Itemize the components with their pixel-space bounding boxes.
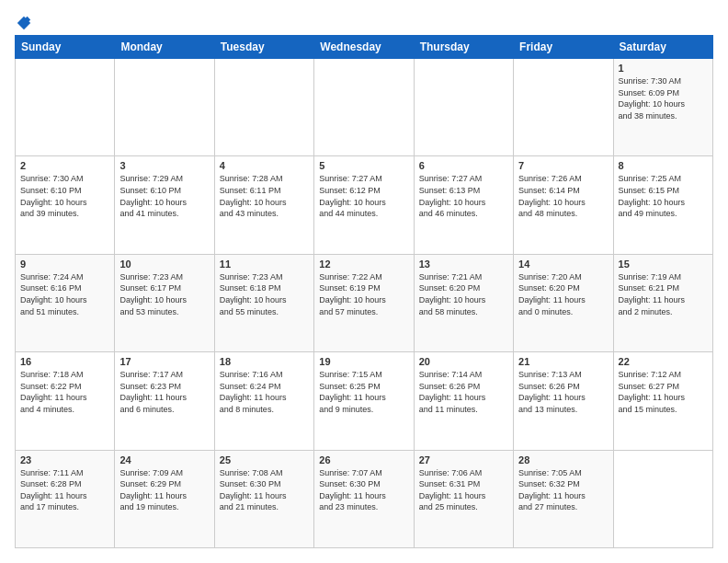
cell-day-number: 24 (119, 454, 209, 465)
cell-day-number: 17 (119, 356, 209, 367)
cell-info: Sunrise: 7:17 AM Sunset: 6:23 PM Dayligh… (119, 369, 209, 415)
calendar-cell: 18Sunrise: 7:16 AM Sunset: 6:24 PM Dayli… (214, 352, 313, 450)
cell-day-number: 27 (419, 454, 508, 465)
cell-info: Sunrise: 7:23 AM Sunset: 6:17 PM Dayligh… (119, 271, 209, 317)
cell-day-number: 8 (619, 160, 708, 171)
cell-day-number: 6 (419, 160, 508, 171)
cell-day-number: 5 (319, 160, 408, 171)
weekday-header-friday: Friday (514, 36, 613, 59)
weekday-header-saturday: Saturday (613, 36, 712, 59)
header (15, 15, 713, 28)
calendar-cell (115, 59, 214, 156)
calendar-cell: 23Sunrise: 7:11 AM Sunset: 6:28 PM Dayli… (16, 450, 115, 547)
calendar-cell (16, 59, 115, 156)
cell-info: Sunrise: 7:29 AM Sunset: 6:10 PM Dayligh… (119, 173, 209, 219)
cell-info: Sunrise: 7:13 AM Sunset: 6:26 PM Dayligh… (518, 369, 608, 415)
calendar-cell (214, 59, 313, 156)
calendar-cell: 6Sunrise: 7:27 AM Sunset: 6:13 PM Daylig… (414, 156, 513, 254)
cell-info: Sunrise: 7:15 AM Sunset: 6:25 PM Dayligh… (319, 369, 408, 415)
cell-info: Sunrise: 7:09 AM Sunset: 6:29 PM Dayligh… (119, 467, 209, 513)
calendar-cell: 22Sunrise: 7:12 AM Sunset: 6:27 PM Dayli… (613, 352, 712, 450)
calendar-cell (514, 59, 613, 156)
calendar-cell (414, 59, 513, 156)
page: SundayMondayTuesdayWednesdayThursdayFrid… (0, 0, 728, 563)
calendar-cell: 5Sunrise: 7:27 AM Sunset: 6:12 PM Daylig… (314, 156, 414, 254)
calendar-cell (314, 59, 414, 156)
weekday-header-thursday: Thursday (414, 36, 513, 59)
cell-day-number: 23 (20, 454, 109, 465)
cell-day-number: 13 (419, 259, 508, 270)
calendar-week-2: 9Sunrise: 7:24 AM Sunset: 6:16 PM Daylig… (16, 254, 713, 351)
weekday-header-sunday: Sunday (16, 36, 115, 59)
cell-day-number: 9 (20, 259, 109, 270)
cell-info: Sunrise: 7:07 AM Sunset: 6:30 PM Dayligh… (319, 467, 408, 513)
calendar-cell: 2Sunrise: 7:30 AM Sunset: 6:10 PM Daylig… (16, 156, 115, 254)
cell-info: Sunrise: 7:30 AM Sunset: 6:09 PM Dayligh… (619, 75, 708, 121)
cell-info: Sunrise: 7:27 AM Sunset: 6:13 PM Dayligh… (419, 173, 508, 219)
cell-day-number: 15 (619, 259, 708, 270)
cell-day-number: 26 (319, 454, 408, 465)
cell-info: Sunrise: 7:26 AM Sunset: 6:14 PM Dayligh… (518, 173, 608, 219)
calendar-cell: 10Sunrise: 7:23 AM Sunset: 6:17 PM Dayli… (115, 254, 214, 351)
calendar-cell: 8Sunrise: 7:25 AM Sunset: 6:15 PM Daylig… (613, 156, 712, 254)
cell-day-number: 20 (419, 356, 508, 367)
calendar-cell: 28Sunrise: 7:05 AM Sunset: 6:32 PM Dayli… (514, 450, 613, 547)
calendar-cell (613, 450, 712, 547)
cell-day-number: 28 (518, 454, 608, 465)
calendar-cell: 27Sunrise: 7:06 AM Sunset: 6:31 PM Dayli… (414, 450, 513, 547)
cell-info: Sunrise: 7:28 AM Sunset: 6:11 PM Dayligh… (220, 173, 309, 219)
logo-icon (16, 15, 32, 31)
weekday-header-wednesday: Wednesday (314, 36, 414, 59)
cell-day-number: 1 (619, 63, 708, 74)
cell-info: Sunrise: 7:06 AM Sunset: 6:31 PM Dayligh… (419, 467, 508, 513)
calendar-cell: 3Sunrise: 7:29 AM Sunset: 6:10 PM Daylig… (115, 156, 214, 254)
calendar-cell: 7Sunrise: 7:26 AM Sunset: 6:14 PM Daylig… (514, 156, 613, 254)
cell-info: Sunrise: 7:11 AM Sunset: 6:28 PM Dayligh… (20, 467, 109, 513)
cell-day-number: 14 (518, 259, 608, 270)
cell-info: Sunrise: 7:23 AM Sunset: 6:18 PM Dayligh… (220, 271, 309, 317)
cell-day-number: 22 (619, 356, 708, 367)
calendar-cell: 4Sunrise: 7:28 AM Sunset: 6:11 PM Daylig… (214, 156, 313, 254)
calendar-cell: 26Sunrise: 7:07 AM Sunset: 6:30 PM Dayli… (314, 450, 414, 547)
cell-day-number: 25 (220, 454, 309, 465)
weekday-header-monday: Monday (115, 36, 214, 59)
cell-info: Sunrise: 7:20 AM Sunset: 6:20 PM Dayligh… (518, 271, 608, 317)
cell-day-number: 21 (518, 356, 608, 367)
calendar-cell: 15Sunrise: 7:19 AM Sunset: 6:21 PM Dayli… (613, 254, 712, 351)
cell-day-number: 18 (220, 356, 309, 367)
cell-info: Sunrise: 7:27 AM Sunset: 6:12 PM Dayligh… (319, 173, 408, 219)
cell-info: Sunrise: 7:14 AM Sunset: 6:26 PM Dayligh… (419, 369, 508, 415)
calendar-cell: 1Sunrise: 7:30 AM Sunset: 6:09 PM Daylig… (613, 59, 712, 156)
calendar-cell: 13Sunrise: 7:21 AM Sunset: 6:20 PM Dayli… (414, 254, 513, 351)
calendar-week-4: 23Sunrise: 7:11 AM Sunset: 6:28 PM Dayli… (16, 450, 713, 547)
calendar-week-3: 16Sunrise: 7:18 AM Sunset: 6:22 PM Dayli… (16, 352, 713, 450)
calendar-cell: 16Sunrise: 7:18 AM Sunset: 6:22 PM Dayli… (16, 352, 115, 450)
cell-day-number: 12 (319, 259, 408, 270)
calendar-cell: 11Sunrise: 7:23 AM Sunset: 6:18 PM Dayli… (214, 254, 313, 351)
cell-day-number: 4 (220, 160, 309, 171)
cell-info: Sunrise: 7:19 AM Sunset: 6:21 PM Dayligh… (619, 271, 708, 317)
cell-day-number: 11 (220, 259, 309, 270)
calendar-week-0: 1Sunrise: 7:30 AM Sunset: 6:09 PM Daylig… (16, 59, 713, 156)
cell-day-number: 10 (119, 259, 209, 270)
cell-day-number: 2 (20, 160, 109, 171)
cell-info: Sunrise: 7:30 AM Sunset: 6:10 PM Dayligh… (20, 173, 109, 219)
logo (15, 15, 32, 28)
calendar-cell: 14Sunrise: 7:20 AM Sunset: 6:20 PM Dayli… (514, 254, 613, 351)
calendar-week-1: 2Sunrise: 7:30 AM Sunset: 6:10 PM Daylig… (16, 156, 713, 254)
cell-day-number: 7 (518, 160, 608, 171)
calendar-cell: 12Sunrise: 7:22 AM Sunset: 6:19 PM Dayli… (314, 254, 414, 351)
cell-info: Sunrise: 7:22 AM Sunset: 6:19 PM Dayligh… (319, 271, 408, 317)
cell-day-number: 19 (319, 356, 408, 367)
cell-day-number: 3 (119, 160, 209, 171)
cell-info: Sunrise: 7:25 AM Sunset: 6:15 PM Dayligh… (619, 173, 708, 219)
calendar-table: SundayMondayTuesdayWednesdayThursdayFrid… (15, 35, 713, 548)
weekday-header-tuesday: Tuesday (214, 36, 313, 59)
cell-info: Sunrise: 7:05 AM Sunset: 6:32 PM Dayligh… (518, 467, 608, 513)
cell-day-number: 16 (20, 356, 109, 367)
cell-info: Sunrise: 7:12 AM Sunset: 6:27 PM Dayligh… (619, 369, 708, 415)
cell-info: Sunrise: 7:08 AM Sunset: 6:30 PM Dayligh… (220, 467, 309, 513)
cell-info: Sunrise: 7:24 AM Sunset: 6:16 PM Dayligh… (20, 271, 109, 317)
cell-info: Sunrise: 7:16 AM Sunset: 6:24 PM Dayligh… (220, 369, 309, 415)
calendar-cell: 17Sunrise: 7:17 AM Sunset: 6:23 PM Dayli… (115, 352, 214, 450)
